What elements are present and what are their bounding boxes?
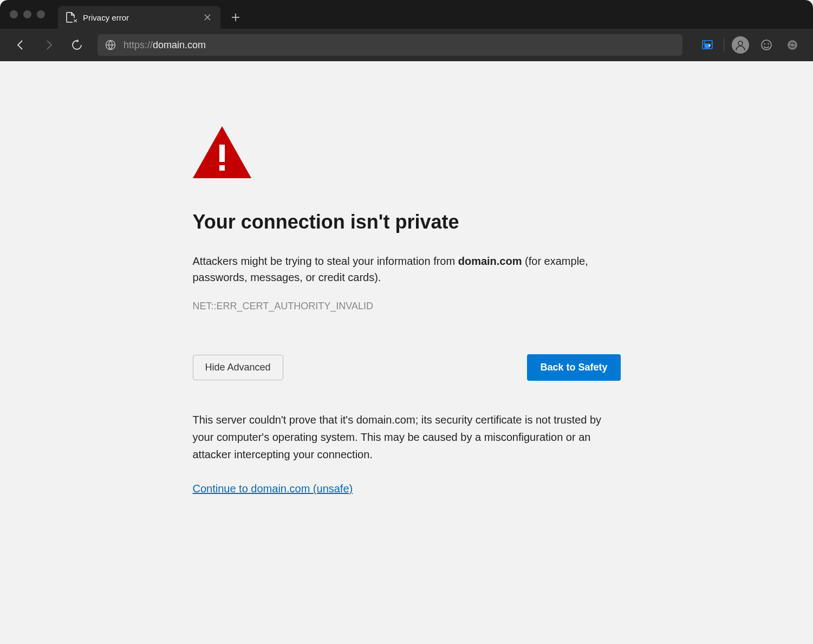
new-tab-button[interactable] bbox=[225, 6, 246, 29]
interstitial-content: Your connection isn't private Attackers … bbox=[193, 61, 621, 644]
page-content: Your connection isn't private Attackers … bbox=[0, 61, 813, 644]
hide-advanced-button[interactable]: Hide Advanced bbox=[193, 355, 283, 380]
svg-point-2 bbox=[738, 41, 743, 45]
minimize-window-button[interactable] bbox=[23, 10, 31, 18]
button-row: Hide Advanced Back to Safety bbox=[193, 354, 621, 381]
close-window-button[interactable] bbox=[10, 10, 18, 18]
maximize-window-button[interactable] bbox=[37, 10, 45, 18]
svg-rect-7 bbox=[219, 145, 225, 162]
svg-point-5 bbox=[768, 43, 769, 44]
error-body: Attackers might be trying to steal your … bbox=[193, 253, 621, 285]
divider bbox=[724, 38, 724, 52]
address-bar[interactable]: https://domain.com bbox=[97, 34, 682, 56]
tab-strip: ✕ Privacy error bbox=[0, 0, 813, 29]
proceed-unsafe-link[interactable]: Continue to domain.com (unsafe) bbox=[193, 483, 353, 495]
avatar-icon bbox=[732, 36, 749, 54]
error-heading: Your connection isn't private bbox=[193, 211, 621, 233]
error-body-pre: Attackers might be trying to steal your … bbox=[193, 255, 458, 267]
error-code: NET::ERR_CERT_AUTHORITY_INVALID bbox=[193, 301, 621, 312]
page-error-icon: ✕ bbox=[66, 12, 76, 23]
advanced-pre: This server couldn't prove that it's bbox=[193, 414, 356, 426]
url-text: https://domain.com bbox=[123, 40, 206, 51]
advanced-domain: domain.com bbox=[356, 414, 415, 426]
svg-point-4 bbox=[764, 43, 765, 44]
warning-triangle-icon bbox=[193, 126, 621, 178]
svg-rect-8 bbox=[219, 165, 225, 171]
toolbar-right-cluster bbox=[690, 34, 805, 56]
tab-title: Privacy error bbox=[83, 13, 196, 22]
back-to-safety-button[interactable]: Back to Safety bbox=[527, 354, 620, 381]
close-tab-button[interactable] bbox=[202, 12, 213, 23]
url-domain: domain.com bbox=[153, 40, 206, 50]
error-body-domain: domain.com bbox=[458, 255, 522, 267]
back-button[interactable] bbox=[8, 34, 34, 56]
active-tab[interactable]: ✕ Privacy error bbox=[58, 6, 220, 29]
globe-icon bbox=[105, 40, 116, 50]
url-protocol: https:// bbox=[123, 40, 153, 50]
browser-window: ✕ Privacy error bbox=[0, 0, 813, 644]
advanced-explanation: This server couldn't prove that it's dom… bbox=[193, 411, 621, 463]
toolbar: https://domain.com bbox=[0, 29, 813, 61]
forward-button[interactable] bbox=[36, 34, 62, 56]
sync-button[interactable] bbox=[779, 34, 805, 56]
svg-point-3 bbox=[762, 40, 771, 50]
window-controls bbox=[0, 0, 55, 29]
reload-button[interactable] bbox=[64, 34, 90, 56]
profile-button[interactable] bbox=[727, 34, 753, 56]
shield-tracking-button[interactable] bbox=[694, 34, 720, 56]
svg-point-6 bbox=[788, 40, 797, 50]
feedback-button[interactable] bbox=[753, 34, 779, 56]
